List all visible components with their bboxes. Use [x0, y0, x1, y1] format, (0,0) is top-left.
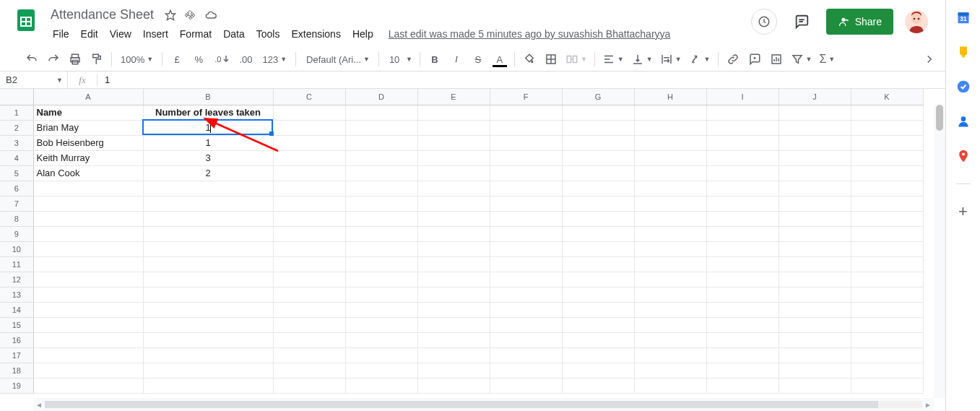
font-size-dropdown[interactable]: 10▼	[383, 49, 415, 69]
cell[interactable]	[634, 302, 706, 317]
filter-button[interactable]: ▼	[788, 49, 815, 69]
comments-button[interactable]	[789, 9, 815, 35]
cell[interactable]	[851, 317, 923, 332]
cell[interactable]	[143, 378, 273, 393]
cell[interactable]	[33, 256, 143, 272]
column-header[interactable]: H	[634, 89, 706, 105]
cell[interactable]	[417, 272, 490, 287]
cell[interactable]	[273, 347, 345, 363]
cell[interactable]	[706, 181, 779, 196]
cell[interactable]	[417, 105, 490, 120]
share-button[interactable]: Share	[826, 9, 893, 35]
cell[interactable]: Alan Cook	[33, 165, 143, 181]
cell[interactable]	[273, 317, 345, 332]
cell[interactable]	[779, 347, 851, 363]
cell[interactable]	[33, 272, 143, 287]
cell[interactable]	[417, 347, 490, 363]
cell[interactable]	[779, 272, 851, 287]
cell[interactable]	[779, 150, 851, 165]
cell[interactable]	[417, 135, 490, 150]
cell[interactable]	[345, 120, 417, 135]
cell[interactable]	[143, 211, 273, 226]
cell[interactable]	[706, 302, 779, 317]
cell[interactable]	[706, 256, 779, 272]
name-box[interactable]: B2▼	[0, 72, 68, 89]
row-header[interactable]: 4	[0, 150, 33, 165]
cell[interactable]	[851, 135, 923, 150]
cell[interactable]	[706, 317, 779, 332]
cell[interactable]	[851, 363, 923, 378]
cell[interactable]	[143, 181, 273, 196]
cell[interactable]	[345, 211, 417, 226]
cell[interactable]: 1	[143, 120, 273, 135]
row-header[interactable]: 6	[0, 181, 33, 196]
vertical-scrollbar[interactable]	[934, 105, 945, 398]
cell[interactable]	[634, 332, 706, 347]
cell[interactable]	[706, 150, 779, 165]
insert-comment-button[interactable]	[745, 49, 765, 69]
cell[interactable]	[33, 241, 143, 256]
last-edit-link[interactable]: Last edit was made 5 minutes ago by suva…	[389, 28, 671, 40]
cell[interactable]	[273, 211, 345, 226]
cell[interactable]: Name	[33, 105, 143, 120]
more-formats-button[interactable]: 123▼	[258, 49, 291, 69]
decrease-decimal-button[interactable]: .0	[210, 49, 233, 69]
cell[interactable]	[779, 378, 851, 393]
cell[interactable]	[143, 226, 273, 241]
cell[interactable]	[490, 105, 562, 120]
cell[interactable]	[345, 256, 417, 272]
row-header[interactable]: 10	[0, 241, 33, 256]
cell[interactable]	[33, 363, 143, 378]
row-header[interactable]: 15	[0, 317, 33, 332]
cell[interactable]	[562, 181, 634, 196]
cell[interactable]	[851, 120, 923, 135]
cell[interactable]	[706, 135, 779, 150]
cell[interactable]	[273, 150, 345, 165]
vertical-align-button[interactable]: ▼	[628, 49, 656, 69]
cell[interactable]	[417, 378, 490, 393]
move-icon[interactable]	[184, 9, 197, 22]
cell[interactable]	[634, 120, 706, 135]
cell[interactable]: 1	[143, 135, 273, 150]
cell[interactable]	[345, 317, 417, 332]
keep-icon[interactable]	[956, 45, 971, 59]
cell[interactable]	[779, 241, 851, 256]
column-header[interactable]: J	[779, 89, 851, 105]
cell[interactable]	[851, 150, 923, 165]
cell[interactable]	[634, 287, 706, 302]
menu-view[interactable]: View	[105, 25, 136, 43]
percent-button[interactable]: %	[188, 49, 209, 69]
cell[interactable]	[345, 332, 417, 347]
borders-button[interactable]	[541, 49, 561, 69]
cell[interactable]	[345, 272, 417, 287]
cell[interactable]	[490, 302, 562, 317]
cell[interactable]	[562, 378, 634, 393]
cell[interactable]	[634, 165, 706, 181]
cell[interactable]	[779, 165, 851, 181]
cell[interactable]	[634, 272, 706, 287]
fill-color-button[interactable]	[519, 49, 539, 69]
cell[interactable]	[851, 256, 923, 272]
cell[interactable]	[851, 241, 923, 256]
cell[interactable]	[851, 196, 923, 211]
cell[interactable]	[706, 363, 779, 378]
cloud-status-icon[interactable]	[204, 9, 217, 22]
italic-button[interactable]: I	[446, 49, 467, 69]
row-header[interactable]: 17	[0, 347, 33, 363]
cell[interactable]	[33, 287, 143, 302]
cell[interactable]	[33, 378, 143, 393]
cell[interactable]	[562, 363, 634, 378]
cell[interactable]	[345, 302, 417, 317]
cell[interactable]	[143, 241, 273, 256]
spreadsheet-grid[interactable]: ABCDEFGHIJK1NameNumber of leaves taken2B…	[0, 89, 924, 394]
row-header[interactable]: 18	[0, 363, 33, 378]
cell[interactable]	[562, 135, 634, 150]
print-button[interactable]	[65, 49, 85, 69]
cell[interactable]	[706, 332, 779, 347]
cell[interactable]	[417, 256, 490, 272]
cell[interactable]	[706, 347, 779, 363]
cell[interactable]: Brian May	[33, 120, 143, 135]
font-dropdown[interactable]: Default (Ari...▼	[300, 49, 374, 69]
text-wrap-button[interactable]: ▼	[657, 49, 685, 69]
cell[interactable]	[490, 363, 562, 378]
